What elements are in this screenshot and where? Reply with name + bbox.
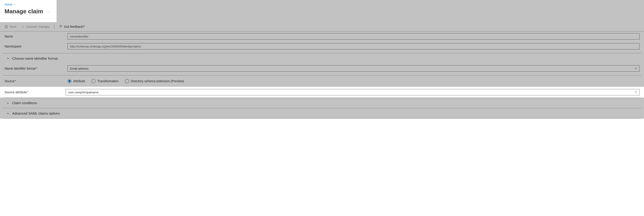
chevron-down-icon — [6, 112, 10, 115]
source-radio-dse-label: Directory schema extension (Preview) — [131, 79, 184, 83]
save-icon — [4, 25, 8, 28]
name-label: Name — [4, 34, 66, 38]
claim-conditions-toggle[interactable]: Claim conditions — [0, 98, 644, 108]
nif-select[interactable] — [68, 65, 640, 72]
discard-button[interactable]: Discard changes — [21, 25, 50, 28]
breadcrumb-home-link[interactable]: Home — [4, 3, 12, 6]
source-radio-attribute-label: Attribute — [73, 79, 85, 83]
save-label: Save — [10, 25, 17, 28]
nif-section-label: Choose name identifier format — [12, 56, 58, 60]
claim-conditions-label: Claim conditions — [12, 101, 37, 105]
advanced-options-toggle[interactable]: Advanced SAML claims options — [0, 108, 644, 118]
chevron-right-icon — [14, 3, 16, 6]
chevron-down-icon — [6, 102, 10, 104]
source-radio-transformation-label: Transformation — [97, 79, 118, 83]
breadcrumb: Home — [4, 2, 52, 8]
source-row: Source* Attribute Transformation Directo… — [0, 75, 644, 87]
required-indicator: * — [36, 67, 37, 70]
more-actions-button[interactable]: ··· — [47, 10, 50, 13]
source-radio-group: Attribute Transformation Directory schem… — [68, 79, 640, 83]
source-radio-attribute[interactable]: Attribute — [68, 79, 85, 83]
source-attribute-label: Source attribute* — [4, 90, 66, 94]
source-attribute-row: Source attribute* — [0, 87, 644, 98]
advanced-options-label: Advanced SAML claims options — [12, 111, 60, 115]
command-separator — [54, 24, 54, 29]
discard-icon — [21, 25, 25, 28]
nif-label: Name identifier format* — [4, 67, 66, 70]
discard-label: Discard changes — [26, 25, 50, 28]
divider — [3, 118, 641, 119]
required-indicator: * — [28, 90, 28, 94]
radio-unchecked-icon — [125, 79, 129, 83]
chevron-up-icon — [6, 57, 10, 60]
nif-section-toggle[interactable]: Choose name identifier format — [0, 53, 644, 63]
svg-rect-1 — [6, 25, 7, 26]
radio-unchecked-icon — [92, 79, 96, 83]
source-attribute-select[interactable] — [66, 89, 640, 95]
svg-point-3 — [60, 25, 61, 26]
save-button[interactable]: Save — [4, 25, 17, 28]
feedback-icon — [59, 25, 63, 29]
svg-rect-2 — [6, 27, 7, 28]
required-indicator: * — [15, 79, 16, 83]
command-bar: Save Discard changes Got feedback? — [0, 22, 644, 31]
source-radio-dse[interactable]: Directory schema extension (Preview) — [125, 79, 184, 83]
namespace-row: Namespace — [0, 41, 644, 51]
nif-row: Name identifier format* — [0, 63, 644, 73]
radio-checked-icon — [68, 79, 72, 83]
feedback-button[interactable]: Got feedback? — [59, 25, 85, 29]
namespace-label: Namespace — [4, 44, 66, 48]
namespace-input[interactable] — [68, 43, 640, 49]
name-row: Name — [0, 31, 644, 41]
source-label: Source* — [4, 79, 66, 83]
feedback-label: Got feedback? — [64, 25, 85, 28]
source-radio-transformation[interactable]: Transformation — [92, 79, 118, 83]
page-title: Manage claim — [4, 8, 43, 15]
name-input[interactable] — [68, 33, 640, 39]
